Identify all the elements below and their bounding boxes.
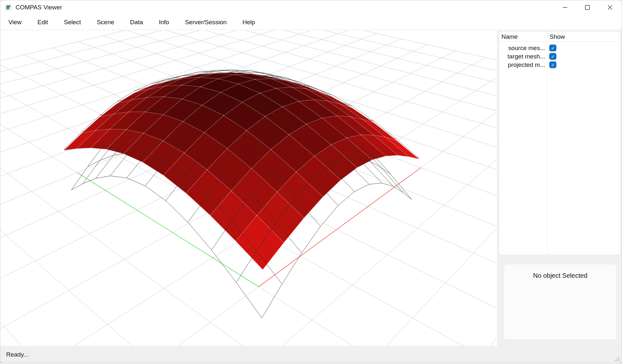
right-panel: Name Show source mes... ✓ target mesh...… xyxy=(497,30,622,346)
table-row[interactable]: source mes... ✓ xyxy=(499,44,620,52)
status-bar: Ready... xyxy=(0,346,622,363)
table-row[interactable]: projected m... ✓ xyxy=(499,61,620,69)
close-button[interactable] xyxy=(603,0,617,15)
maximize-icon xyxy=(585,5,590,10)
visibility-checkbox[interactable]: ✓ xyxy=(549,61,556,68)
status-divider xyxy=(29,348,29,361)
resize-grip-icon[interactable] xyxy=(615,356,620,361)
close-icon xyxy=(607,5,613,10)
menu-select[interactable]: Select xyxy=(64,15,81,30)
app-icon xyxy=(5,5,11,10)
object-name-label: target mesh... xyxy=(499,52,545,61)
menu-data[interactable]: Data xyxy=(130,15,143,30)
object-name-label: projected m... xyxy=(499,61,545,69)
maximize-button[interactable] xyxy=(580,0,595,15)
table-row[interactable]: target mesh... ✓ xyxy=(499,52,620,61)
viewport-canvas[interactable] xyxy=(0,30,497,346)
minimize-icon xyxy=(563,5,568,10)
title-bar[interactable]: COMPAS Viewer xyxy=(0,0,622,15)
viewport-3d[interactable] xyxy=(0,30,497,346)
menu-info[interactable]: Info xyxy=(159,15,169,30)
app-icon-art-dark xyxy=(9,5,10,7)
column-header-name: Name xyxy=(501,32,518,42)
menu-edit[interactable]: Edit xyxy=(38,15,48,30)
menu-scene[interactable]: Scene xyxy=(97,15,114,30)
no-selection-message: No object Selected xyxy=(504,272,617,279)
object-info-panel: No object Selected xyxy=(504,264,617,340)
menu-help[interactable]: Help xyxy=(242,15,255,30)
check-icon: ✓ xyxy=(551,63,555,67)
check-icon: ✓ xyxy=(551,46,555,50)
scene-tree-header: Name Show xyxy=(499,32,620,42)
menu-server-session[interactable]: Server/Session xyxy=(185,15,227,30)
visibility-checkbox[interactable]: ✓ xyxy=(549,45,556,51)
visibility-checkbox[interactable]: ✓ xyxy=(549,53,556,60)
menu-bar: View Edit Select Scene Data Info Server/… xyxy=(0,15,622,30)
column-header-show: Show xyxy=(550,32,565,42)
minimize-button[interactable] xyxy=(558,0,573,15)
object-name-label: source mes... xyxy=(499,44,545,52)
app-window: COMPAS Viewer View Edit Select Scene Dat… xyxy=(0,0,622,363)
scene-tree-panel: Name Show source mes... ✓ target mesh...… xyxy=(499,31,621,255)
menu-view[interactable]: View xyxy=(8,15,22,30)
scene-tree-rows: source mes... ✓ target mesh... ✓ project… xyxy=(499,44,620,69)
window-title: COMPAS Viewer xyxy=(16,0,62,15)
check-icon: ✓ xyxy=(551,54,555,59)
status-text: Ready... xyxy=(6,346,28,363)
